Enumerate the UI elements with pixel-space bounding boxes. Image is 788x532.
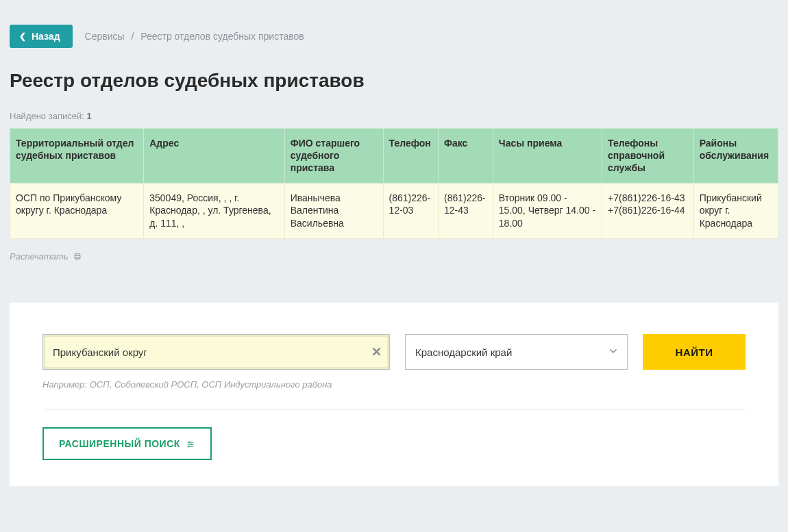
svg-point-4: [188, 442, 190, 443]
back-button[interactable]: ❮ Назад: [10, 25, 73, 48]
advanced-search-label: РАСШИРЕННЫЙ ПОИСК: [59, 438, 180, 449]
cell-dept: ОСП по Прикубанскому округу г. Краснодар…: [10, 183, 144, 239]
back-button-label: Назад: [32, 31, 60, 42]
col-fio: ФИО старшего судебного пристава: [284, 129, 383, 183]
col-address: Адрес: [144, 129, 285, 183]
query-input[interactable]: [42, 334, 390, 370]
search-hint: Например: ОСП, Соболевский РОСП, ОСП Инд…: [42, 379, 746, 390]
cell-helpdesk: +7(861)226-16-43 +7(861)226-16-44: [602, 183, 694, 239]
col-districts: Районы обслуживания: [693, 129, 778, 183]
query-field: ✕: [42, 334, 390, 370]
chevron-left-icon: ❮: [19, 31, 26, 41]
clear-query-icon[interactable]: ✕: [371, 344, 382, 359]
cell-hours: Вторник 09.00 - 15.00, Четверг 14.00 - 1…: [493, 183, 602, 239]
breadcrumb: Сервисы / Реестр отделов судебных приста…: [85, 31, 304, 42]
topbar: ❮ Назад Сервисы / Реестр отделов судебны…: [10, 0, 778, 64]
col-phone: Телефон: [383, 129, 438, 183]
advanced-search-button[interactable]: РАСШИРЕННЫЙ ПОИСК: [42, 427, 212, 460]
cell-fax: (861)226-12-43: [438, 183, 493, 239]
col-fax: Факс: [438, 129, 493, 183]
breadcrumb-current: Реестр отделов судебных приставов: [140, 31, 304, 42]
departments-table: Территориальный отдел судебных приставов…: [10, 128, 778, 239]
divider: [42, 409, 746, 409]
breadcrumb-services[interactable]: Сервисы: [85, 31, 125, 42]
table-row: ОСП по Прикубанскому округу г. Краснодар…: [10, 183, 778, 239]
found-prefix: Найдено записей:: [10, 111, 86, 121]
found-count: 1: [86, 111, 91, 121]
print-label: Распечатать: [10, 251, 69, 262]
cell-address: 350049, Россия, , , г. Краснодар, , ул. …: [144, 183, 285, 239]
print-link[interactable]: Распечатать: [10, 251, 778, 262]
breadcrumb-separator: /: [131, 31, 134, 42]
cell-fio: Иванычева Валентина Васильевна: [284, 183, 383, 239]
find-button[interactable]: НАЙТИ: [643, 334, 746, 370]
region-value: Краснодарский край: [415, 346, 512, 358]
cell-districts: Прикубанский округ г. Краснодара: [693, 183, 778, 239]
page-title: Реестр отделов судебных приставов: [10, 70, 778, 92]
region-field: Краснодарский край: [405, 334, 628, 370]
sliders-icon: [186, 440, 195, 448]
cell-phone: (861)226-12-03: [383, 183, 438, 239]
search-panel: ✕ Краснодарский край НАЙТИ Например: ОСП…: [10, 303, 778, 486]
found-records: Найдено записей: 1: [10, 111, 778, 121]
col-hours: Часы приема: [493, 129, 602, 183]
svg-point-8: [188, 446, 189, 447]
svg-point-6: [190, 444, 192, 445]
print-icon: [73, 253, 82, 261]
find-button-label: НАЙТИ: [676, 346, 713, 358]
region-select[interactable]: Краснодарский край: [405, 334, 628, 370]
col-dept: Территориальный отдел судебных приставов: [10, 129, 144, 183]
col-helpdesk: Телефоны справочной службы: [602, 129, 694, 183]
